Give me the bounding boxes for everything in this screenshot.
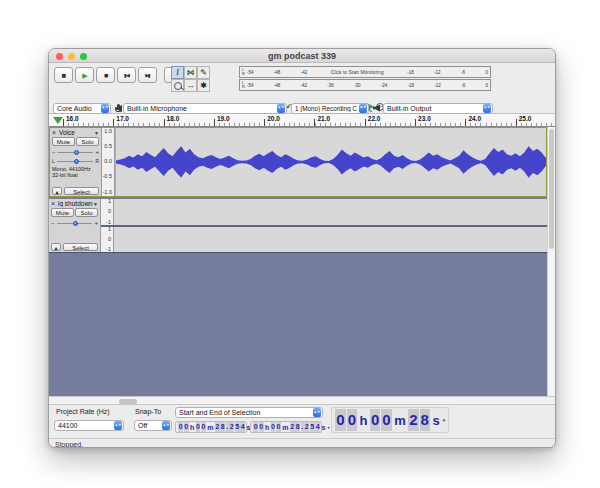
time-digit[interactable]: 4	[315, 422, 320, 432]
time-digit[interactable]: 8	[420, 409, 430, 431]
vertical-scale-ruler[interactable]: 1 0 -1	[101, 199, 114, 225]
skip-to-start-button[interactable]: ▮◀	[117, 67, 136, 83]
vertical-scrollbar[interactable]	[547, 127, 555, 396]
time-digit[interactable]: 4	[240, 422, 245, 432]
channel-left[interactable]: 1 0 -1	[101, 199, 547, 225]
close-track-icon[interactable]: ×	[52, 129, 59, 136]
horizontal-scrollbar-thumb[interactable]	[119, 399, 137, 404]
channel-right-content[interactable]	[114, 227, 547, 253]
time-digit[interactable]: 0	[271, 422, 276, 432]
select-track-button[interactable]: Select	[63, 243, 98, 251]
time-digit[interactable]: 0	[276, 422, 281, 432]
track-voice-waveform-area[interactable]	[115, 128, 546, 196]
zoom-window-button[interactable]	[80, 53, 87, 60]
minimize-window-button[interactable]	[68, 53, 75, 60]
time-digit[interactable]: 2	[229, 422, 234, 432]
time-digit[interactable]: 0	[178, 422, 183, 432]
gain-slider[interactable]	[57, 223, 93, 224]
meter-scale-number: -30	[354, 83, 361, 88]
track-menu-icon[interactable]: ▼	[94, 130, 99, 136]
time-digit[interactable]: 2	[304, 422, 309, 432]
horizontal-scrollbar[interactable]	[49, 396, 555, 405]
time-digit[interactable]: 0	[335, 409, 345, 431]
collapse-track-icon[interactable]: ▲	[52, 187, 62, 195]
time-format-arrow-icon[interactable]: ▾	[443, 417, 446, 423]
time-digit[interactable]: 8	[220, 422, 225, 432]
track-name[interactable]: Voice	[59, 129, 94, 136]
timeline-label: 22.0	[368, 115, 381, 122]
recording-meter[interactable]: L R -54-48-42Click to Start Monitoring-1…	[239, 66, 491, 78]
project-rate-select[interactable]: 44100 ▲▼	[54, 420, 124, 431]
status-bar: Stopped.	[49, 438, 555, 448]
track-menu-icon[interactable]: ▼	[93, 201, 98, 207]
gain-slider[interactable]	[58, 152, 94, 153]
time-digit[interactable]: 0	[370, 409, 380, 431]
timeline-options-icon[interactable]	[53, 117, 63, 124]
selection-tool-button[interactable]: I	[171, 66, 184, 79]
ruler-label: 0	[108, 237, 111, 242]
ruler-label: 1.0	[104, 129, 112, 134]
time-shift-tool-icon: ↔	[187, 81, 195, 90]
time-digit[interactable]: 8	[295, 422, 300, 432]
gain-thumb[interactable]	[73, 221, 78, 226]
snap-to-select[interactable]: Off ▲▼	[134, 420, 172, 431]
pan-slider[interactable]	[57, 161, 94, 162]
pause-button[interactable]: ▮▮	[54, 67, 73, 83]
monitoring-overlay-text[interactable]: Click to Start Monitoring	[328, 69, 387, 75]
playback-meter[interactable]: L R -54-48-42-36-30-24-18-12-60	[239, 79, 491, 91]
recording-channels-select[interactable]: 1 (Mono) Recording C... ▲▼	[291, 103, 369, 114]
collapse-track-icon[interactable]: ▲	[51, 243, 61, 251]
time-digit[interactable]: .	[301, 422, 304, 432]
time-digit[interactable]: 0	[259, 422, 264, 432]
pan-thumb[interactable]	[74, 159, 79, 164]
mute-button[interactable]: Mute	[52, 137, 75, 146]
vertical-scale-ruler[interactable]: 1.0 0.5 0.0 -0.5 -1.0	[102, 128, 115, 196]
select-track-button[interactable]: Select	[64, 187, 99, 195]
playback-device-select[interactable]: Built-in Output ▲▼	[383, 103, 493, 114]
time-digit[interactable]: 2	[290, 422, 295, 432]
timeline-ruler[interactable]: 16.017.018.019.020.021.022.023.024.025.0	[49, 114, 555, 127]
time-digit[interactable]: 5	[235, 422, 240, 432]
selection-mode-select[interactable]: Start and End of Selection ▲▼	[175, 407, 323, 418]
time-digit[interactable]: 2	[408, 409, 418, 431]
time-format-arrow-icon[interactable]: ▾	[327, 425, 329, 430]
envelope-tool-button[interactable]: ⋈	[184, 66, 197, 79]
draw-tool-button[interactable]: ✎	[197, 66, 210, 79]
stop-button[interactable]: ■	[96, 67, 115, 83]
time-shift-tool-button[interactable]: ↔	[184, 79, 197, 92]
selection-start-field[interactable]: 00h00m28.254s▾	[175, 421, 247, 433]
channel-right[interactable]: 1 0 -1	[101, 227, 547, 253]
select-arrows-icon: ▲▼	[162, 421, 170, 430]
close-track-icon[interactable]: ×	[51, 200, 58, 207]
track-name[interactable]: ig shutdown	[58, 200, 93, 207]
solo-button[interactable]: Solo	[75, 208, 98, 217]
time-digit[interactable]: 2	[215, 422, 220, 432]
project-rate-value: 44100	[58, 422, 112, 429]
recording-device-select[interactable]: Built-in Microphone ▲▼	[123, 103, 287, 114]
play-button[interactable]: ▶	[75, 67, 94, 83]
audio-position-display[interactable]: 00h00m28s▾	[331, 407, 449, 433]
vertical-scrollbar-thumb[interactable]	[549, 129, 554, 249]
close-window-button[interactable]	[56, 53, 63, 60]
time-digit[interactable]: 0	[196, 422, 201, 432]
title-bar[interactable]: gm podcast 339	[49, 49, 555, 63]
time-digit[interactable]: .	[226, 422, 229, 432]
time-digit[interactable]: 0	[201, 422, 206, 432]
solo-button[interactable]: Solo	[76, 137, 99, 146]
audio-host-select[interactable]: Core Audio ▲▼	[53, 103, 111, 114]
gain-thumb[interactable]	[74, 150, 79, 155]
time-digit[interactable]: 0	[347, 409, 357, 431]
track-depth-info: 32-bit float	[52, 172, 99, 178]
time-digit[interactable]: 0	[184, 422, 189, 432]
selection-end-field[interactable]: 00h00m28.254s▾	[250, 421, 322, 433]
zoom-tool-button[interactable]	[171, 79, 184, 92]
multi-tool-button[interactable]: ✱	[197, 79, 210, 92]
time-digit[interactable]: 0	[253, 422, 258, 432]
channel-left-content[interactable]	[114, 199, 547, 225]
select-arrows-icon: ▲▼	[313, 408, 321, 417]
time-digit[interactable]: 5	[310, 422, 315, 432]
vertical-scale-ruler[interactable]: 1 0 -1	[101, 227, 114, 253]
skip-to-end-button[interactable]: ▶▮	[138, 67, 157, 83]
mute-button[interactable]: Mute	[51, 208, 74, 217]
time-digit[interactable]: 0	[381, 409, 391, 431]
